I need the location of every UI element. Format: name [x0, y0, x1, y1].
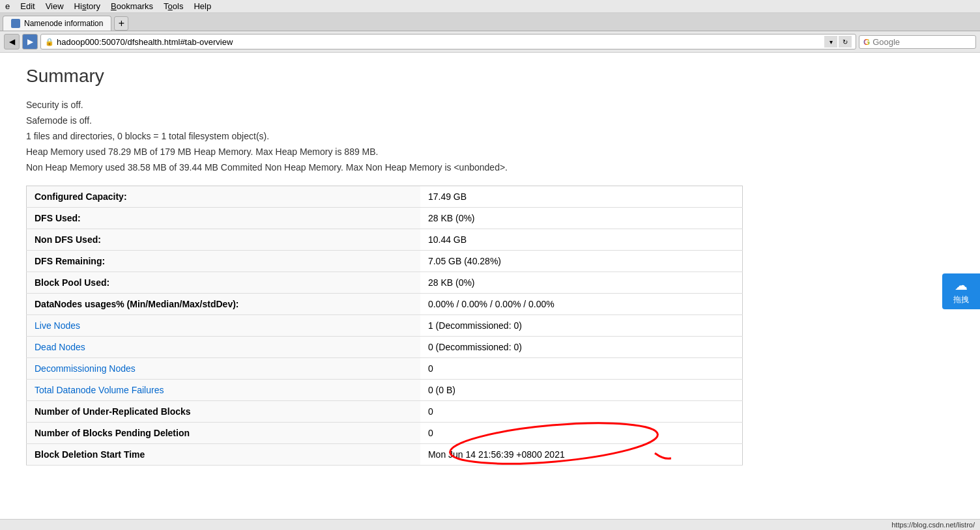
menu-bookmarks[interactable]: Bookmarks — [111, 1, 153, 11]
table-label-9: Total Datanode Volume Failures — [27, 380, 420, 401]
table-value-4: 28 KB (0%) — [420, 272, 743, 294]
non-heap-memory: Non Heap Memory used 38.58 MB of 39.44 M… — [26, 162, 954, 173]
menu-view[interactable]: View — [46, 1, 64, 11]
table-label-10: Number of Under-Replicated Blocks — [27, 401, 420, 423]
table-label-11: Number of Blocks Pending Deletion — [27, 423, 420, 444]
tab-favicon — [11, 19, 20, 28]
new-tab-button[interactable]: + — [114, 16, 128, 31]
table-value-3: 7.05 GB (40.28%) — [420, 251, 743, 272]
browser-menu: e Edit View History Bookmarks Tools Help — [0, 0, 980, 13]
table-label-5: DataNodes usages% (Min/Median/Max/stdDev… — [27, 294, 420, 315]
table-value-6[interactable]: 1 (Decommissioned: 0) — [420, 315, 743, 337]
forward-button[interactable]: ▶ — [22, 34, 38, 49]
safemode-status: Safemode is off. — [26, 115, 954, 126]
heap-memory: Heap Memory used 78.29 MB of 179 MB Heap… — [26, 146, 954, 157]
menu-help[interactable]: Help — [194, 1, 211, 11]
table-row: Number of Under-Replicated Blocks0 — [27, 401, 743, 423]
table-row: Configured Capacity:17.49 GB — [27, 186, 743, 208]
status-bar: https://blog.csdn.net/listro/ — [0, 519, 980, 524]
menu-tools[interactable]: Tools — [164, 1, 183, 11]
page-content: Summary Security is off. Safemode is off… — [0, 53, 980, 524]
table-value-2: 10.44 GB — [420, 229, 743, 251]
menu-file[interactable]: e — [5, 1, 10, 11]
table-row: Live Nodes1 (Decommissioned: 0) — [27, 315, 743, 337]
status-right: https://blog.csdn.net/listro/ — [891, 521, 975, 524]
table-value-8[interactable]: 0 — [420, 358, 743, 380]
menu-edit[interactable]: Edit — [20, 1, 35, 11]
table-row: Non DFS Used:10.44 GB — [27, 229, 743, 251]
summary-table: Configured Capacity:17.49 GBDFS Used:28 … — [26, 186, 743, 466]
baidu-plugin[interactable]: ☁ 拖拽 — [942, 273, 980, 309]
search-bar-container: G — [859, 35, 976, 49]
table-row: Block Pool Used:28 KB (0%) — [27, 272, 743, 294]
table-label-6: Live Nodes — [27, 315, 420, 337]
address-dropdown-button[interactable]: ▾ — [824, 36, 837, 48]
menu-history[interactable]: History — [74, 1, 100, 11]
baidu-cloud-icon: ☁ — [955, 277, 968, 293]
table-label-3: DFS Remaining: — [27, 251, 420, 272]
table-link-7[interactable]: Dead Nodes — [35, 342, 85, 352]
address-bar-container: 🔒 ▾ ↻ — [40, 34, 856, 49]
table-value-11: 0 — [420, 423, 743, 444]
table-value-5: 0.00% / 0.00% / 0.00% / 0.00% — [420, 294, 743, 315]
table-value-10: 0 — [420, 401, 743, 423]
tab-title: Namenode information — [24, 19, 103, 28]
browser-tab-active[interactable]: Namenode information — [3, 16, 111, 31]
table-label-0: Configured Capacity: — [27, 186, 420, 208]
table-row: DataNodes usages% (Min/Median/Max/stdDev… — [27, 294, 743, 315]
search-engine-logo: G — [863, 37, 870, 47]
address-reload-button[interactable]: ↻ — [839, 36, 852, 48]
table-value-9[interactable]: 0 (0 B) — [420, 380, 743, 401]
page-title: Summary — [26, 66, 954, 87]
table-row: Number of Blocks Pending Deletion0 — [27, 423, 743, 444]
table-value-0: 17.49 GB — [420, 186, 743, 208]
table-row: Block Deletion Start TimeMon Jun 14 21:5… — [27, 444, 743, 466]
address-bar[interactable] — [57, 37, 824, 47]
browser-toolbar: ◀ ▶ 🔒 ▾ ↻ G — [0, 31, 980, 53]
search-input[interactable] — [872, 37, 972, 47]
table-label-2: Non DFS Used: — [27, 229, 420, 251]
table-link-6[interactable]: Live Nodes — [35, 320, 80, 331]
baidu-label: 拖拽 — [953, 294, 969, 305]
table-row: Total Datanode Volume Failures0 (0 B) — [27, 380, 743, 401]
table-row: Dead Nodes0 (Decommissioned: 0) — [27, 337, 743, 358]
table-value-1: 28 KB (0%) — [420, 208, 743, 229]
table-link-8[interactable]: Decommissioning Nodes — [35, 363, 136, 374]
table-row: DFS Used:28 KB (0%) — [27, 208, 743, 229]
table-value-12: Mon Jun 14 21:56:39 +0800 2021 — [420, 444, 743, 466]
table-label-8: Decommissioning Nodes — [27, 358, 420, 380]
table-row: DFS Remaining:7.05 GB (40.28%) — [27, 251, 743, 272]
table-label-12: Block Deletion Start Time — [27, 444, 420, 466]
table-link-9[interactable]: Total Datanode Volume Failures — [35, 385, 164, 395]
filesystem-objects: 1 files and directories, 0 blocks = 1 to… — [26, 131, 954, 141]
security-status: Security is off. — [26, 100, 954, 110]
browser-tab-bar: Namenode information + — [0, 13, 980, 31]
table-row: Decommissioning Nodes0 — [27, 358, 743, 380]
table-label-4: Block Pool Used: — [27, 272, 420, 294]
table-value-7[interactable]: 0 (Decommissioned: 0) — [420, 337, 743, 358]
table-label-1: DFS Used: — [27, 208, 420, 229]
table-label-7: Dead Nodes — [27, 337, 420, 358]
lock-icon: 🔒 — [45, 38, 54, 46]
back-button[interactable]: ◀ — [4, 34, 20, 49]
